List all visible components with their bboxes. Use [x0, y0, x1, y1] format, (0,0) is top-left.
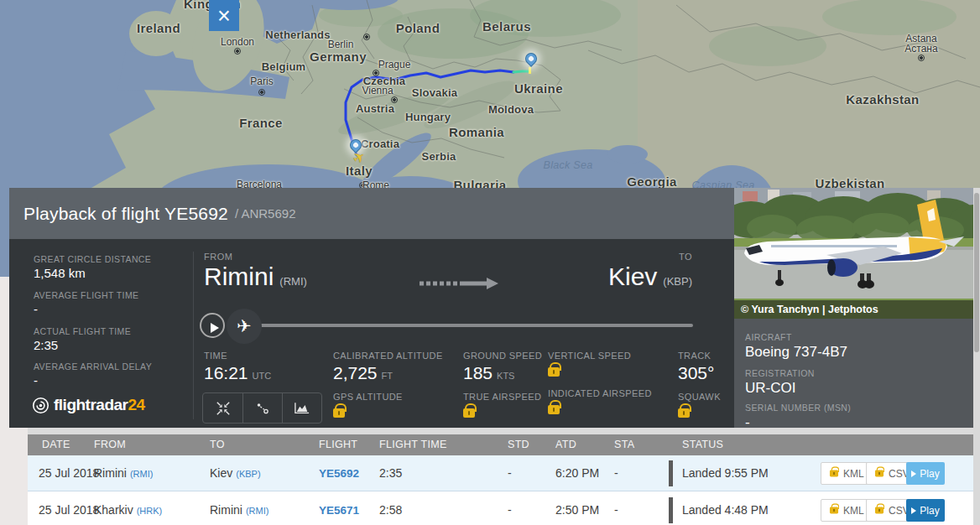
close-button[interactable]: × — [209, 0, 239, 31]
map-label: Belgium — [262, 60, 306, 73]
metric-label: TRACK — [678, 351, 721, 361]
close-icon: × — [217, 3, 231, 29]
metric-ground-speed: GROUND SPEED 185 KTS TRUE AIRSPEED — [463, 351, 542, 421]
metric-time: TIME 16:21 UTC — [204, 351, 271, 383]
play-button[interactable] — [200, 313, 225, 338]
route-arrow-icon — [420, 277, 498, 294]
airport-code-link[interactable]: (HRK) — [137, 506, 163, 516]
flight-time: 2:58 — [379, 492, 402, 525]
destination-airport: TO Kiev (KBP) — [503, 252, 692, 291]
metric-sub-label: SQUAWK — [678, 392, 721, 402]
destination-airport-code: (KBP) — [663, 275, 692, 288]
play-icon — [211, 323, 219, 333]
altitude-chart-button[interactable] — [282, 393, 321, 423]
flight-number-link[interactable]: YE5692 — [319, 455, 359, 491]
metric-label: VERTICAL SPEED — [548, 351, 652, 361]
map-label: Black Sea — [544, 159, 593, 171]
logo-accent-text: 24 — [128, 396, 144, 413]
stat-label: AVERAGE FLIGHT TIME — [34, 290, 138, 300]
lock-icon — [875, 470, 884, 477]
play-icon — [911, 470, 916, 477]
map-label: Belarus — [482, 19, 531, 34]
lock-icon — [333, 408, 345, 418]
radar-spiral-icon — [32, 397, 50, 414]
origin-city: Rimini — [204, 262, 274, 291]
row-play-button[interactable]: Play — [906, 462, 945, 485]
column-header: STATUS — [682, 434, 723, 455]
play-icon — [911, 507, 916, 514]
map-label: Prague — [378, 59, 411, 70]
page-subtitle: / ANR5692 — [235, 206, 296, 221]
table-header-row: DATEFROMTOFLIGHTFLIGHT TIMESTDATDSTASTAT… — [28, 434, 973, 455]
column-header: DATE — [42, 434, 70, 455]
map-label: London — [221, 36, 254, 48]
route-view-button[interactable] — [242, 393, 282, 423]
flightradar24-logo[interactable]: flightradar24 — [32, 396, 145, 414]
collapse-panel-button[interactable] — [203, 393, 242, 423]
scrollbar-thumb[interactable] — [974, 193, 979, 352]
airport-code-link[interactable]: (RMI) — [130, 469, 154, 479]
playback-slider-handle[interactable]: ✈ — [227, 309, 262, 344]
stat-value: 1,548 km — [34, 266, 151, 280]
flight-history-table: DATEFROMTOFLIGHTFLIGHT TIMESTDATDSTASTAT… — [28, 434, 973, 525]
origin-airport-code: (RMI) — [279, 275, 307, 288]
scrollbar[interactable] — [973, 188, 980, 525]
flightradar24-playback-page: KingdomIrelandLondonNetherlandsBelgiumPa… — [0, 0, 980, 525]
from-airport: Rimini(RMI) — [94, 455, 153, 491]
table-row[interactable]: 25 Jul 2018Kharkiv(HRK)Rimini(RMI)YE5671… — [28, 492, 973, 525]
info-label: SERIAL NUMBER (MSN) — [745, 403, 851, 413]
flight-date: 25 Jul 2018 — [39, 455, 99, 491]
metric-unit: UTC — [253, 371, 272, 381]
lock-icon — [463, 408, 475, 418]
column-header: TO — [210, 434, 225, 455]
metric-label: CALIBRATED ALTITUDE — [333, 351, 443, 361]
map-label: Paris — [250, 75, 273, 87]
metric-track: TRACK 305° SQUAWK — [678, 351, 721, 421]
flight-date: 25 Jul 2018 — [39, 492, 99, 525]
kml-download-button[interactable]: KML — [821, 462, 872, 485]
metric-vertical-speed: VERTICAL SPEED INDICATED AIRSPEED — [548, 351, 652, 418]
playback-toolbar — [202, 392, 322, 424]
metric-value: 2,725 — [333, 363, 378, 383]
stat-label: AVERAGE ARRIVAL DELAY — [34, 361, 152, 372]
page-margin — [0, 277, 9, 428]
aircraft-photo[interactable]: © Yura Tanchyn | Jetphotos — [734, 188, 973, 319]
status-text: Landed 9:55 PM — [682, 455, 769, 491]
status-indicator-bar — [669, 460, 673, 486]
airport-code-link[interactable]: (RMI) — [246, 506, 269, 516]
destination-city: Kiev — [608, 262, 657, 291]
map-label: Netherlands — [265, 29, 330, 41]
column-header: ATD — [555, 434, 576, 455]
metric-label: GROUND SPEED — [463, 351, 542, 361]
map-label: Ireland — [137, 21, 180, 35]
map-label: Croatia — [361, 138, 399, 150]
stat-value: 2:35 — [34, 338, 131, 352]
city-marker-icon — [258, 89, 265, 96]
map-label: Астана — [904, 43, 937, 55]
to-airport: Rimini(RMI) — [210, 492, 268, 525]
from-label: FROM — [204, 252, 307, 262]
row-play-button[interactable]: Play — [906, 499, 945, 522]
page-margin — [0, 428, 28, 525]
atd-time: 6:20 PM — [555, 455, 599, 491]
metric-unit: FT — [382, 371, 393, 381]
map-label: Berlin — [328, 39, 354, 50]
aircraft-registration: REGISTRATION UR-COI — [745, 368, 815, 397]
table-row[interactable]: 25 Jul 2018Rimini(RMI)Kiev(KBP)YE56922:3… — [28, 455, 973, 491]
metric-sub-label: TRUE AIRSPEED — [463, 392, 542, 402]
column-header: STA — [614, 434, 634, 455]
airport-code-link[interactable]: (KBP) — [236, 469, 260, 479]
column-header: FLIGHT — [319, 434, 357, 455]
map-label: Poland — [396, 21, 440, 35]
flight-number-link[interactable]: YE5671 — [319, 492, 359, 525]
map-label: Serbia — [422, 150, 456, 163]
playback-progress-track[interactable] — [247, 324, 693, 327]
map-label: Hungary — [405, 111, 451, 123]
metric-value: 185 — [463, 363, 493, 383]
stat-average-arrival-delay: AVERAGE ARRIVAL DELAY - — [34, 361, 152, 387]
std-time: - — [508, 492, 512, 525]
city-marker-icon — [234, 48, 241, 55]
lock-icon — [548, 405, 560, 414]
lock-icon — [678, 408, 690, 418]
kml-download-button[interactable]: KML — [821, 499, 872, 522]
